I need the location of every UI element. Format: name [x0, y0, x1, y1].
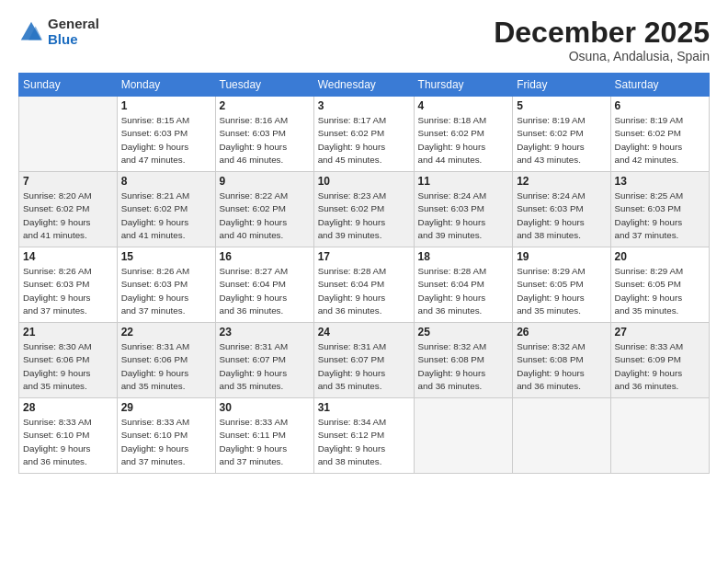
day-number: 31	[318, 401, 410, 414]
day-info: Sunrise: 8:33 AMSunset: 6:09 PMDaylight:…	[615, 340, 705, 393]
col-wednesday: Wednesday	[313, 74, 414, 97]
table-row: 21Sunrise: 8:30 AMSunset: 6:06 PMDayligh…	[19, 323, 118, 398]
calendar-table: Sunday Monday Tuesday Wednesday Thursday…	[18, 73, 710, 474]
table-row	[19, 97, 118, 172]
table-row: 10Sunrise: 8:23 AMSunset: 6:02 PMDayligh…	[313, 172, 414, 247]
table-row: 27Sunrise: 8:33 AMSunset: 6:09 PMDayligh…	[610, 323, 709, 398]
logo-blue: Blue	[48, 32, 99, 48]
logo-icon	[18, 19, 44, 45]
day-number: 12	[517, 175, 606, 188]
day-info: Sunrise: 8:28 AMSunset: 6:04 PMDaylight:…	[418, 265, 509, 317]
logo-general: General	[48, 17, 99, 32]
calendar-week-row: 21Sunrise: 8:30 AMSunset: 6:06 PMDayligh…	[19, 323, 710, 398]
day-info: Sunrise: 8:30 AMSunset: 6:06 PMDaylight:…	[23, 340, 113, 393]
day-number: 9	[220, 175, 310, 188]
table-row: 20Sunrise: 8:29 AMSunset: 6:05 PMDayligh…	[610, 247, 709, 323]
day-number: 26	[517, 326, 606, 339]
day-info: Sunrise: 8:33 AMSunset: 6:11 PMDaylight:…	[220, 416, 310, 468]
title-block: December 2025 Osuna, Andalusia, Spain	[494, 17, 710, 63]
day-number: 28	[23, 401, 113, 414]
table-row: 5Sunrise: 8:19 AMSunset: 6:02 PMDaylight…	[513, 97, 610, 172]
calendar-week-row: 14Sunrise: 8:26 AMSunset: 6:03 PMDayligh…	[19, 247, 710, 323]
day-info: Sunrise: 8:32 AMSunset: 6:08 PMDaylight:…	[517, 340, 606, 393]
table-row: 22Sunrise: 8:31 AMSunset: 6:06 PMDayligh…	[117, 323, 215, 398]
table-row: 6Sunrise: 8:19 AMSunset: 6:02 PMDaylight…	[610, 97, 709, 172]
day-info: Sunrise: 8:26 AMSunset: 6:03 PMDaylight:…	[121, 265, 211, 317]
day-info: Sunrise: 8:34 AMSunset: 6:12 PMDaylight:…	[318, 416, 410, 468]
day-number: 30	[220, 401, 310, 414]
logo-text: General Blue	[48, 17, 99, 47]
day-info: Sunrise: 8:29 AMSunset: 6:05 PMDaylight:…	[615, 265, 705, 317]
table-row: 7Sunrise: 8:20 AMSunset: 6:02 PMDaylight…	[19, 172, 118, 247]
day-info: Sunrise: 8:17 AMSunset: 6:02 PMDaylight:…	[318, 114, 410, 167]
calendar-week-row: 1Sunrise: 8:15 AMSunset: 6:03 PMDaylight…	[19, 97, 710, 172]
day-number: 11	[418, 175, 509, 188]
day-info: Sunrise: 8:19 AMSunset: 6:02 PMDaylight:…	[517, 114, 606, 167]
day-info: Sunrise: 8:26 AMSunset: 6:03 PMDaylight:…	[23, 265, 113, 317]
day-number: 7	[23, 175, 113, 188]
day-number: 13	[615, 175, 705, 188]
day-info: Sunrise: 8:24 AMSunset: 6:03 PMDaylight:…	[517, 190, 606, 242]
day-info: Sunrise: 8:27 AMSunset: 6:04 PMDaylight:…	[220, 265, 310, 317]
day-info: Sunrise: 8:29 AMSunset: 6:05 PMDaylight:…	[517, 265, 606, 317]
day-number: 6	[615, 99, 705, 112]
col-sunday: Sunday	[19, 74, 118, 97]
table-row: 11Sunrise: 8:24 AMSunset: 6:03 PMDayligh…	[414, 172, 513, 247]
day-number: 27	[615, 326, 705, 339]
table-row: 23Sunrise: 8:31 AMSunset: 6:07 PMDayligh…	[215, 323, 313, 398]
day-info: Sunrise: 8:33 AMSunset: 6:10 PMDaylight:…	[23, 416, 113, 468]
table-row: 12Sunrise: 8:24 AMSunset: 6:03 PMDayligh…	[513, 172, 610, 247]
table-row: 17Sunrise: 8:28 AMSunset: 6:04 PMDayligh…	[313, 247, 414, 323]
table-row: 8Sunrise: 8:21 AMSunset: 6:02 PMDaylight…	[117, 172, 215, 247]
day-number: 8	[121, 175, 211, 188]
day-number: 14	[23, 250, 113, 263]
table-row	[414, 398, 513, 474]
table-row: 15Sunrise: 8:26 AMSunset: 6:03 PMDayligh…	[117, 247, 215, 323]
table-row: 9Sunrise: 8:22 AMSunset: 6:02 PMDaylight…	[215, 172, 313, 247]
col-monday: Monday	[117, 74, 215, 97]
day-number: 16	[220, 250, 310, 263]
day-number: 1	[121, 99, 211, 112]
table-row: 28Sunrise: 8:33 AMSunset: 6:10 PMDayligh…	[19, 398, 118, 474]
table-row: 26Sunrise: 8:32 AMSunset: 6:08 PMDayligh…	[513, 323, 610, 398]
day-number: 24	[318, 326, 410, 339]
day-number: 20	[615, 250, 705, 263]
day-info: Sunrise: 8:25 AMSunset: 6:03 PMDaylight:…	[615, 190, 705, 242]
table-row: 25Sunrise: 8:32 AMSunset: 6:08 PMDayligh…	[414, 323, 513, 398]
day-info: Sunrise: 8:22 AMSunset: 6:02 PMDaylight:…	[220, 190, 310, 242]
day-info: Sunrise: 8:33 AMSunset: 6:10 PMDaylight:…	[121, 416, 211, 468]
day-info: Sunrise: 8:23 AMSunset: 6:02 PMDaylight:…	[318, 190, 410, 242]
day-number: 2	[220, 99, 310, 112]
day-info: Sunrise: 8:31 AMSunset: 6:07 PMDaylight:…	[318, 340, 410, 393]
day-info: Sunrise: 8:21 AMSunset: 6:02 PMDaylight:…	[121, 190, 211, 242]
day-number: 29	[121, 401, 211, 414]
day-info: Sunrise: 8:31 AMSunset: 6:06 PMDaylight:…	[121, 340, 211, 393]
table-row: 18Sunrise: 8:28 AMSunset: 6:04 PMDayligh…	[414, 247, 513, 323]
calendar-week-row: 7Sunrise: 8:20 AMSunset: 6:02 PMDaylight…	[19, 172, 710, 247]
table-row: 29Sunrise: 8:33 AMSunset: 6:10 PMDayligh…	[117, 398, 215, 474]
table-row: 4Sunrise: 8:18 AMSunset: 6:02 PMDaylight…	[414, 97, 513, 172]
day-number: 25	[418, 326, 509, 339]
table-row: 19Sunrise: 8:29 AMSunset: 6:05 PMDayligh…	[513, 247, 610, 323]
col-thursday: Thursday	[414, 74, 513, 97]
table-row: 16Sunrise: 8:27 AMSunset: 6:04 PMDayligh…	[215, 247, 313, 323]
day-number: 5	[517, 99, 606, 112]
table-row: 13Sunrise: 8:25 AMSunset: 6:03 PMDayligh…	[610, 172, 709, 247]
table-row: 30Sunrise: 8:33 AMSunset: 6:11 PMDayligh…	[215, 398, 313, 474]
day-info: Sunrise: 8:24 AMSunset: 6:03 PMDaylight:…	[418, 190, 509, 242]
day-info: Sunrise: 8:16 AMSunset: 6:03 PMDaylight:…	[220, 114, 310, 167]
col-tuesday: Tuesday	[215, 74, 313, 97]
logo: General Blue	[18, 17, 99, 47]
table-row: 24Sunrise: 8:31 AMSunset: 6:07 PMDayligh…	[313, 323, 414, 398]
calendar-week-row: 28Sunrise: 8:33 AMSunset: 6:10 PMDayligh…	[19, 398, 710, 474]
day-number: 3	[318, 99, 410, 112]
header: General Blue December 2025 Osuna, Andalu…	[18, 17, 710, 63]
day-info: Sunrise: 8:20 AMSunset: 6:02 PMDaylight:…	[23, 190, 113, 242]
day-number: 10	[318, 175, 410, 188]
day-number: 19	[517, 250, 606, 263]
day-info: Sunrise: 8:32 AMSunset: 6:08 PMDaylight:…	[418, 340, 509, 393]
day-number: 23	[220, 326, 310, 339]
day-number: 4	[418, 99, 509, 112]
day-info: Sunrise: 8:19 AMSunset: 6:02 PMDaylight:…	[615, 114, 705, 167]
table-row	[610, 398, 709, 474]
